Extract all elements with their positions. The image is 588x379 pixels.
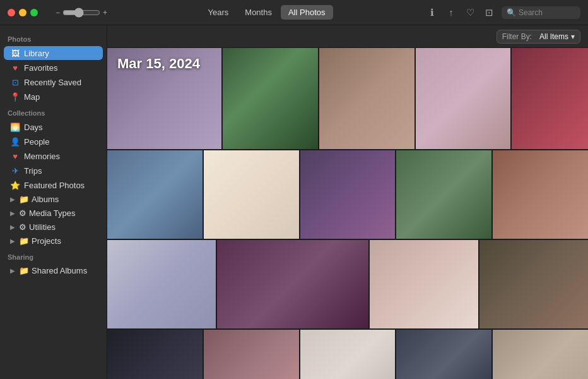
filter-button[interactable]: Filter By: All Items ▾ bbox=[497, 30, 580, 44]
sidebar-item-label: Albums bbox=[32, 195, 59, 204]
photo-cell[interactable] bbox=[223, 48, 318, 149]
photo-row-4 bbox=[107, 330, 588, 379]
sidebar-item-memories[interactable]: ♥ Memories bbox=[4, 149, 103, 163]
sidebar-item-label: Trips bbox=[24, 166, 42, 176]
photo-cell[interactable] bbox=[204, 150, 299, 239]
sidebar-item-label: Days bbox=[24, 123, 43, 132]
photo-cell[interactable] bbox=[319, 48, 415, 149]
expand-arrow-icon: ▶ bbox=[10, 224, 15, 231]
photo-row-1 bbox=[107, 48, 588, 149]
albums-icon: 📁 bbox=[19, 195, 29, 204]
photo-grid-container: Mar 15, 2024 bbox=[107, 48, 588, 379]
close-button[interactable] bbox=[8, 9, 15, 16]
sidebar-item-utilities[interactable]: ▶ ⚙ Utilities bbox=[4, 220, 103, 234]
featured-photos-icon: ⭐ bbox=[10, 180, 20, 190]
sidebar-item-days[interactable]: 🌅 Days bbox=[4, 120, 103, 134]
search-input[interactable] bbox=[519, 8, 575, 17]
photo-cell[interactable] bbox=[512, 48, 588, 149]
zoom-out-icon: − bbox=[56, 8, 60, 17]
traffic-lights bbox=[8, 9, 38, 16]
expand-arrow-icon: ▶ bbox=[10, 210, 15, 217]
crop-icon[interactable]: ⊡ bbox=[483, 6, 495, 19]
zoom-in-icon: + bbox=[103, 8, 107, 17]
people-icon: 👤 bbox=[10, 136, 20, 147]
sidebar-item-shared-albums[interactable]: ▶ 📁 Shared Albums bbox=[4, 264, 103, 277]
sidebar-item-label: Featured Photos bbox=[24, 181, 85, 190]
main-layout: Photos 🖼 Library ♥ Favorites ⊡ Recently … bbox=[0, 25, 588, 379]
search-box[interactable]: 🔍 bbox=[502, 6, 580, 19]
filter-prefix: Filter By: bbox=[502, 32, 532, 41]
recently-saved-icon: ⊡ bbox=[10, 77, 20, 87]
minimize-button[interactable] bbox=[19, 9, 26, 16]
heart-icon[interactable]: ♡ bbox=[464, 6, 476, 19]
search-icon: 🔍 bbox=[507, 8, 516, 17]
shared-albums-icon: 📁 bbox=[19, 266, 29, 275]
content-area: Filter By: All Items ▾ Mar 15, 2024 bbox=[107, 25, 588, 379]
photo-row-3 bbox=[107, 240, 588, 328]
map-icon: 📍 bbox=[10, 92, 20, 102]
filter-arrow-icon: ▾ bbox=[571, 32, 575, 41]
photos-section-label: Photos bbox=[0, 30, 107, 45]
sidebar-item-label: Library bbox=[24, 49, 49, 58]
photo-cell[interactable] bbox=[396, 330, 491, 379]
sidebar-item-label: Media Types bbox=[29, 208, 75, 218]
expand-arrow-icon: ▶ bbox=[10, 267, 15, 274]
photo-row-2 bbox=[107, 150, 588, 239]
photo-cell[interactable] bbox=[493, 150, 588, 239]
sidebar-item-favorites[interactable]: ♥ Favorites bbox=[4, 61, 103, 75]
sidebar-item-featured-photos[interactable]: ⭐ Featured Photos bbox=[4, 178, 103, 192]
sidebar-item-label: Recently Saved bbox=[24, 78, 81, 87]
photo-cell[interactable] bbox=[300, 150, 396, 239]
sidebar-item-label: Shared Albums bbox=[32, 266, 87, 275]
sidebar-item-label: Map bbox=[24, 92, 40, 102]
titlebar: − + Years Months All Photos ℹ ↑ ♡ ⊡ 🔍 bbox=[0, 0, 588, 25]
sidebar-item-recently-saved[interactable]: ⊡ Recently Saved bbox=[4, 75, 103, 89]
photo-cell[interactable] bbox=[370, 240, 478, 328]
sidebar-item-people[interactable]: 👤 People bbox=[4, 135, 103, 148]
favorites-icon: ♥ bbox=[10, 63, 20, 73]
maximize-button[interactable] bbox=[30, 9, 38, 16]
content-header: Filter By: All Items ▾ bbox=[107, 25, 588, 48]
sidebar-item-label: Utilities bbox=[29, 222, 56, 232]
photo-cell[interactable] bbox=[493, 330, 588, 379]
photo-cell[interactable] bbox=[300, 330, 396, 379]
view-mode-nav: Years Months All Photos bbox=[201, 5, 333, 20]
library-icon: 🖼 bbox=[10, 48, 20, 58]
projects-icon: 📁 bbox=[19, 236, 29, 246]
sidebar-item-media-types[interactable]: ▶ ⚙ Media Types bbox=[4, 207, 103, 220]
photo-cell[interactable] bbox=[107, 330, 203, 379]
photo-cell[interactable] bbox=[396, 150, 491, 239]
photo-cell[interactable] bbox=[416, 48, 511, 149]
utilities-icon: ⚙ bbox=[19, 222, 26, 232]
photo-cell[interactable] bbox=[217, 240, 369, 328]
sidebar-item-label: Favorites bbox=[24, 63, 57, 73]
trips-icon: ✈ bbox=[10, 165, 20, 176]
sidebar-item-label: People bbox=[24, 137, 49, 147]
sidebar-item-library[interactable]: 🖼 Library bbox=[4, 46, 103, 60]
photo-cell[interactable] bbox=[107, 150, 203, 239]
sidebar-item-albums[interactable]: ▶ 📁 Albums bbox=[4, 193, 103, 206]
share-icon[interactable]: ↑ bbox=[445, 6, 457, 19]
photo-cell[interactable] bbox=[107, 48, 221, 149]
sidebar-item-label: Projects bbox=[32, 236, 61, 246]
media-types-icon: ⚙ bbox=[19, 208, 26, 218]
months-button[interactable]: Months bbox=[237, 5, 279, 20]
all-photos-button[interactable]: All Photos bbox=[281, 5, 333, 20]
photo-cell[interactable] bbox=[479, 240, 588, 328]
expand-arrow-icon: ▶ bbox=[10, 238, 15, 244]
sidebar: Photos 🖼 Library ♥ Favorites ⊡ Recently … bbox=[0, 25, 107, 379]
zoom-slider[interactable] bbox=[62, 8, 100, 18]
years-button[interactable]: Years bbox=[201, 5, 237, 20]
sidebar-item-trips[interactable]: ✈ Trips bbox=[4, 164, 103, 177]
sidebar-item-label: Memories bbox=[24, 152, 60, 161]
memories-icon: ♥ bbox=[10, 151, 20, 161]
sidebar-item-projects[interactable]: ▶ 📁 Projects bbox=[4, 234, 103, 248]
collections-section-label: Collections bbox=[0, 104, 107, 119]
days-icon: 🌅 bbox=[10, 122, 20, 132]
expand-arrow-icon: ▶ bbox=[10, 196, 15, 203]
sidebar-item-map[interactable]: 📍 Map bbox=[4, 90, 103, 104]
photo-cell[interactable] bbox=[107, 240, 216, 328]
toolbar-icons: ℹ ↑ ♡ ⊡ 🔍 bbox=[426, 6, 580, 19]
info-icon[interactable]: ℹ bbox=[426, 6, 438, 19]
photo-cell[interactable] bbox=[204, 330, 299, 379]
